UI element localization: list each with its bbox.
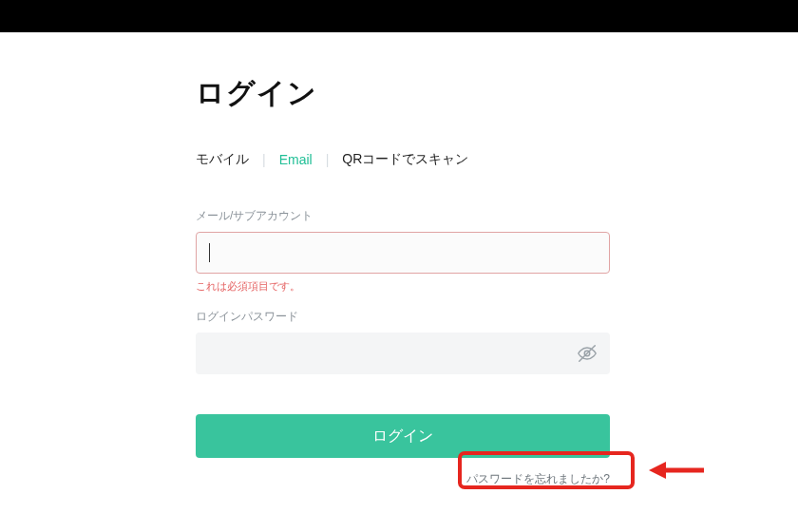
login-method-tabs: モバイル | Email | QRコードでスキャン [196,151,610,168]
password-input-wrap [196,332,610,374]
password-label: ログインパスワード [196,309,610,325]
tab-separator: | [262,152,266,167]
page-title: ログイン [196,74,610,113]
forgot-password-link[interactable]: パスワードを忘れましたか? [466,471,610,487]
forgot-row: パスワードを忘れましたか? [196,471,610,487]
email-label: メール/サブアカウント [196,208,610,224]
tab-qr[interactable]: QRコードでスキャン [342,151,468,168]
email-input[interactable] [196,232,610,274]
login-page: ログイン モバイル | Email | QRコードでスキャン メール/サブアカウ… [0,32,798,532]
login-button[interactable]: ログイン [196,414,610,458]
text-caret [209,243,210,262]
annotation-arrow-icon [649,459,706,482]
eye-off-icon [577,343,598,364]
tab-separator: | [326,152,330,167]
tab-email[interactable]: Email [279,152,313,167]
tab-mobile[interactable]: モバイル [196,151,249,168]
login-form: ログイン モバイル | Email | QRコードでスキャン メール/サブアカウ… [196,74,610,487]
window-blackbar [0,0,798,32]
email-error-message: これは必須項目です。 [196,279,610,294]
toggle-password-visibility-button[interactable] [576,342,598,365]
password-input[interactable] [196,332,610,374]
svg-marker-3 [649,462,666,479]
email-input-wrap [196,232,610,274]
